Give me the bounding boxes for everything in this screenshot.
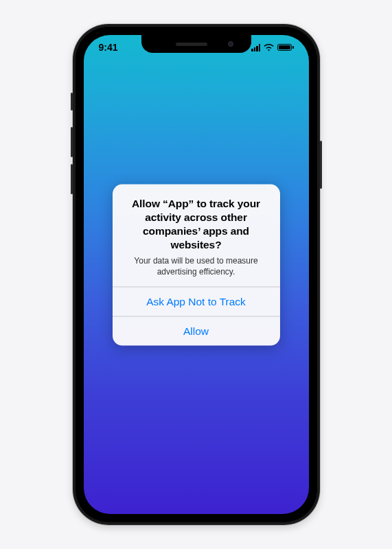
ask-not-to-track-button[interactable]: Ask App Not to Track: [113, 287, 280, 316]
alert-body: Allow “App” to track your activity acros…: [113, 185, 280, 287]
volume-up-button: [71, 127, 73, 157]
battery-icon: [277, 44, 294, 51]
wifi-icon: [264, 44, 274, 51]
phone-device-frame: 9:41 Allow “App” to track your activity …: [73, 24, 320, 525]
phone-screen: 9:41 Allow “App” to track your activity …: [84, 35, 309, 514]
phone-bezel: 9:41 Allow “App” to track your activity …: [76, 27, 317, 522]
allow-button[interactable]: Allow: [113, 316, 280, 346]
cellular-signal-icon: [251, 44, 260, 51]
status-time: 9:41: [99, 42, 118, 53]
earpiece-speaker: [176, 43, 207, 46]
tracking-permission-alert: Allow “App” to track your activity acros…: [113, 185, 280, 346]
status-indicators: [251, 44, 294, 51]
power-button: [320, 141, 322, 189]
alert-title: Allow “App” to track your activity acros…: [122, 197, 270, 253]
notch: [141, 35, 251, 53]
mute-switch: [71, 93, 73, 110]
front-camera: [228, 41, 233, 47]
alert-message: Your data will be used to measure advert…: [122, 255, 270, 277]
volume-down-button: [71, 164, 73, 194]
